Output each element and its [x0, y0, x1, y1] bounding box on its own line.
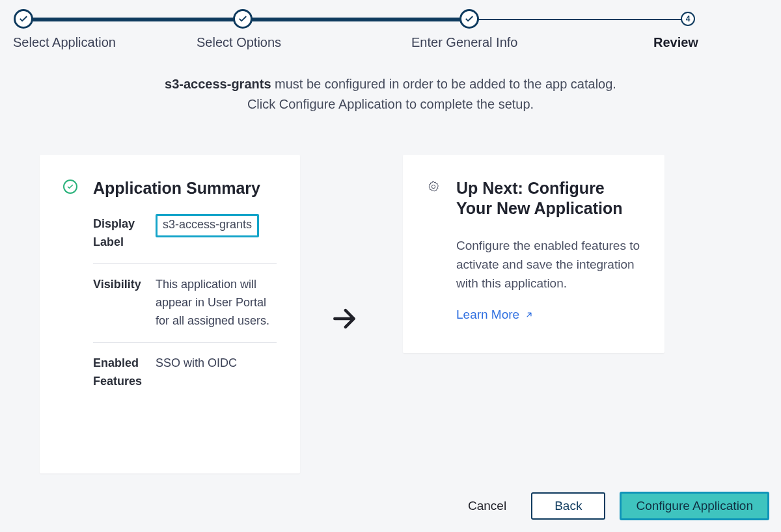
setup-banner: s3-access-grants must be configured in o… — [0, 74, 781, 114]
configure-application-button[interactable]: Configure Application — [620, 492, 769, 520]
display-label-value: s3-access-grants — [156, 214, 259, 237]
step-node-3[interactable] — [459, 9, 479, 29]
up-next-title: Up Next: Configure Your New Application — [456, 178, 641, 219]
up-next-description: Configure the enabled features to activa… — [456, 236, 641, 293]
cancel-button[interactable]: Cancel — [458, 494, 517, 518]
learn-more-text: Learn More — [456, 308, 519, 322]
field-visibility: Visibility This application will appear … — [93, 264, 277, 343]
step-node-2[interactable] — [233, 9, 253, 29]
banner-line1-rest: must be configured in order to be added … — [271, 77, 616, 91]
visibility-value: This application will appear in User Por… — [156, 276, 277, 330]
svg-point-0 — [432, 185, 435, 188]
checkmark-icon — [238, 14, 248, 24]
wizard-footer: Cancel Back Configure Application — [0, 492, 781, 520]
step-label-3: Enter General Info — [411, 35, 517, 50]
banner-app-name: s3-access-grants — [165, 77, 271, 91]
learn-more-link[interactable]: Learn More — [456, 308, 534, 322]
visibility-label: Visibility — [93, 276, 150, 330]
field-display-label: Display Label s3-access-grants — [93, 215, 277, 264]
step-label-2: Select Options — [197, 35, 281, 50]
field-enabled-features: Enabled Features SSO with OIDC — [93, 343, 277, 391]
wizard-stepper: Select Application Select Options Enter … — [0, 0, 781, 52]
step-node-1[interactable] — [14, 9, 33, 29]
back-button[interactable]: Back — [531, 492, 605, 520]
stepper-track-pending — [469, 19, 684, 20]
step-label-4: Review — [653, 35, 698, 50]
arrow-right-icon — [323, 298, 365, 339]
display-label-label: Display Label — [93, 215, 150, 252]
card-application-summary: Application Summary Display Label s3-acc… — [40, 155, 300, 473]
external-link-icon — [525, 310, 534, 319]
summary-title: Application Summary — [93, 178, 277, 198]
banner-line2: Click Configure Application to complete … — [0, 94, 781, 114]
checkmark-icon — [18, 14, 29, 24]
features-label: Enabled Features — [93, 354, 150, 391]
gear-icon — [426, 180, 441, 194]
step-label-1: Select Application — [13, 35, 116, 50]
checkmark-icon — [464, 14, 474, 24]
step-number-4: 4 — [686, 14, 691, 23]
card-up-next: Up Next: Configure Your New Application … — [403, 155, 665, 353]
step-node-4[interactable]: 4 — [681, 12, 695, 26]
features-value: SSO with OIDC — [156, 354, 277, 391]
success-check-icon — [63, 180, 77, 194]
